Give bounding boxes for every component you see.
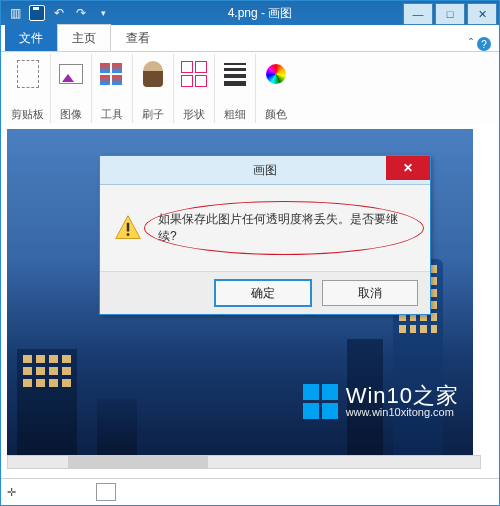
- annotation-ellipse: [144, 201, 424, 255]
- group-thickness[interactable]: 粗细: [215, 54, 256, 124]
- dialog-titlebar: 画图 ✕: [100, 156, 430, 185]
- cursor-position-icon: ✛: [7, 486, 16, 499]
- ribbon-tabs: 文件 主页 查看 ˆ ?: [1, 25, 499, 52]
- app-menu-icon[interactable]: ▥: [7, 5, 23, 21]
- watermark: Win10之家 www.win10xitong.com: [303, 384, 459, 419]
- shapes-icon: [180, 56, 208, 92]
- svg-rect-2: [127, 233, 129, 236]
- paint-window: ▥ ↶ ↷ ▾ 4.png - 画图 — □ ✕ 文件 主页 查看 ˆ ? 剪贴…: [0, 0, 500, 506]
- group-label: 工具: [101, 107, 123, 122]
- group-brushes[interactable]: 刷子: [133, 54, 174, 124]
- image-icon: [57, 56, 85, 92]
- group-label: 刷子: [142, 107, 164, 122]
- group-label: 形状: [183, 107, 205, 122]
- tab-home[interactable]: 主页: [57, 24, 111, 51]
- canvas-area: 画图 ✕ 如果保存此图片任何透明度将丢失。是否要继续? 确定 取消: [1, 123, 499, 479]
- group-clipboard[interactable]: 剪贴板: [5, 54, 51, 124]
- status-bar: ✛: [1, 478, 499, 505]
- horizontal-scrollbar[interactable]: [7, 455, 481, 469]
- watermark-brand: Win10之家: [346, 384, 459, 407]
- chevron-up-icon: ˆ: [469, 37, 473, 51]
- windows-logo-icon: [303, 384, 338, 419]
- save-warning-dialog: 画图 ✕ 如果保存此图片任何透明度将丢失。是否要继续? 确定 取消: [99, 155, 431, 315]
- redo-icon[interactable]: ↷: [73, 5, 89, 21]
- group-label: 颜色: [265, 107, 287, 122]
- window-controls: — □ ✕: [403, 1, 499, 25]
- dialog-actions: 确定 取消: [100, 271, 430, 314]
- ribbon-collapse[interactable]: ˆ ?: [469, 37, 491, 51]
- ok-button[interactable]: 确定: [214, 279, 312, 307]
- group-label: 剪贴板: [11, 107, 44, 122]
- warning-icon: [114, 214, 142, 242]
- selection-size-icon: [96, 483, 116, 501]
- ribbon: 剪贴板 图像 工具 刷子 形状 粗细 颜色: [1, 52, 499, 127]
- maximize-button[interactable]: □: [435, 3, 465, 25]
- window-title: 4.png - 画图: [117, 5, 403, 22]
- watermark-text: Win10之家 www.win10xitong.com: [346, 384, 459, 419]
- dialog-close-button[interactable]: ✕: [386, 156, 430, 180]
- undo-icon[interactable]: ↶: [51, 5, 67, 21]
- scrollbar-thumb[interactable]: [68, 456, 208, 468]
- group-label: 粗细: [224, 107, 246, 122]
- save-icon[interactable]: [29, 5, 45, 21]
- minimize-button[interactable]: —: [403, 3, 433, 25]
- group-image[interactable]: 图像: [51, 54, 92, 124]
- title-bar: ▥ ↶ ↷ ▾ 4.png - 画图 — □ ✕: [1, 1, 499, 25]
- tools-icon: [98, 56, 126, 92]
- canvas-image[interactable]: 画图 ✕ 如果保存此图片任何透明度将丢失。是否要继续? 确定 取消: [7, 129, 473, 459]
- svg-rect-1: [127, 223, 129, 232]
- building: [97, 399, 137, 459]
- quick-access-toolbar: ▥ ↶ ↷ ▾: [1, 5, 117, 21]
- close-button[interactable]: ✕: [467, 3, 497, 25]
- dialog-message: 如果保存此图片任何透明度将丢失。是否要继续?: [152, 207, 416, 249]
- building: [17, 349, 77, 459]
- thickness-icon: [221, 56, 249, 92]
- help-icon[interactable]: ?: [477, 37, 491, 51]
- qat-dropdown-icon[interactable]: ▾: [95, 5, 111, 21]
- group-shapes[interactable]: 形状: [174, 54, 215, 124]
- clipboard-icon: [14, 56, 42, 92]
- group-tools[interactable]: 工具: [92, 54, 133, 124]
- brush-icon: [139, 56, 167, 92]
- file-tab[interactable]: 文件: [5, 25, 57, 51]
- dialog-title: 画图: [253, 162, 277, 179]
- group-label: 图像: [60, 107, 82, 122]
- dialog-body: 如果保存此图片任何透明度将丢失。是否要继续?: [100, 185, 430, 271]
- group-colors[interactable]: 颜色: [256, 54, 296, 124]
- tab-view[interactable]: 查看: [111, 24, 165, 51]
- color-wheel-icon: [262, 56, 290, 92]
- watermark-url: www.win10xitong.com: [346, 407, 459, 419]
- cancel-button[interactable]: 取消: [322, 280, 418, 306]
